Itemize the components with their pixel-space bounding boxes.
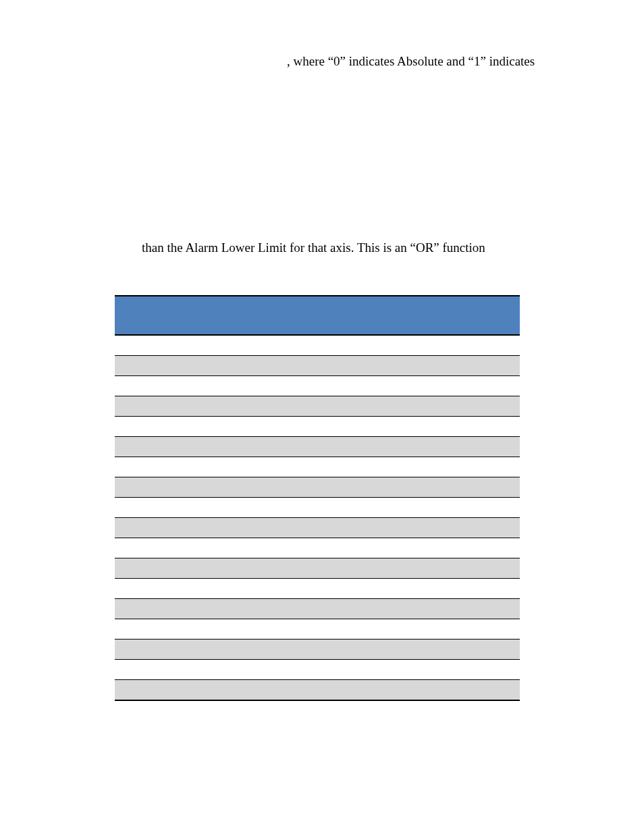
table-cell: [383, 518, 456, 538]
table-cell: [383, 477, 456, 498]
table-row: [115, 599, 520, 619]
table-cell: [456, 376, 520, 396]
table-cell: [383, 680, 456, 701]
table-cell: [456, 335, 520, 356]
table-row: [115, 477, 520, 498]
table-cell: [304, 417, 383, 437]
table-row: [115, 680, 520, 701]
table-cell: [383, 457, 456, 477]
table-cell: [115, 538, 304, 558]
table-header-cell: [383, 296, 456, 335]
table-cell: [304, 376, 383, 396]
table-row: [115, 396, 520, 417]
table-cell: [456, 599, 520, 619]
table-cell: [456, 417, 520, 437]
table-cell: [304, 660, 383, 680]
table-cell: [383, 558, 456, 579]
table-cell: [304, 640, 383, 660]
table-cell: [383, 437, 456, 457]
table-row: [115, 538, 520, 558]
table-cell: [115, 599, 304, 619]
table-cell: [115, 640, 304, 660]
table-cell: [383, 498, 456, 518]
table-row: [115, 558, 520, 579]
table-cell: [115, 396, 304, 417]
table-cell: [383, 335, 456, 356]
table-cell: [456, 457, 520, 477]
table-row: [115, 579, 520, 599]
table-cell: [456, 619, 520, 640]
table-cell: [115, 437, 304, 457]
table-cell: [456, 640, 520, 660]
table-row: [115, 619, 520, 640]
table-body: [115, 335, 520, 700]
table-cell: [115, 356, 304, 376]
table-cell: [456, 538, 520, 558]
table-cell: [115, 619, 304, 640]
table-row: [115, 417, 520, 437]
table-cell: [115, 498, 304, 518]
table-cell: [115, 335, 304, 356]
table-cell: [304, 437, 383, 457]
table-row: [115, 437, 520, 457]
data-table-wrapper: [115, 295, 520, 701]
table-header-cell: [115, 296, 304, 335]
table-header-row: [115, 296, 520, 335]
body-text-fragment-mid: than the Alarm Lower Limit for that axis…: [142, 238, 570, 257]
table-cell: [115, 477, 304, 498]
table-header-cell: [456, 296, 520, 335]
table-cell: [304, 518, 383, 538]
data-table: [115, 295, 520, 701]
table-cell: [115, 376, 304, 396]
table-cell: [304, 356, 383, 376]
table-row: [115, 660, 520, 680]
table-cell: [115, 558, 304, 579]
table-cell: [304, 396, 383, 417]
table-cell: [383, 660, 456, 680]
table-cell: [304, 498, 383, 518]
table-cell: [115, 457, 304, 477]
table-cell: [456, 498, 520, 518]
table-cell: [115, 417, 304, 437]
table-cell: [304, 457, 383, 477]
table-cell: [383, 356, 456, 376]
table-cell: [383, 640, 456, 660]
table-cell: [383, 619, 456, 640]
table-cell: [304, 335, 383, 356]
table-cell: [304, 558, 383, 579]
table-cell: [115, 680, 304, 701]
table-cell: [383, 417, 456, 437]
table-row: [115, 356, 520, 376]
table-cell: [304, 579, 383, 599]
table-cell: [383, 538, 456, 558]
table-row: [115, 640, 520, 660]
body-text-fragment-top: , where “0” indicates Absolute and “1” i…: [287, 53, 570, 70]
table-row: [115, 335, 520, 356]
table-header-cell: [304, 296, 383, 335]
table-cell: [456, 579, 520, 599]
table-row: [115, 518, 520, 538]
table-cell: [304, 619, 383, 640]
table-cell: [304, 680, 383, 701]
table-row: [115, 376, 520, 396]
table-cell: [456, 437, 520, 457]
table-cell: [383, 579, 456, 599]
table-cell: [304, 477, 383, 498]
table-cell: [304, 538, 383, 558]
table-cell: [383, 599, 456, 619]
table-cell: [456, 518, 520, 538]
table-cell: [456, 477, 520, 498]
table-row: [115, 498, 520, 518]
table-cell: [115, 579, 304, 599]
table-cell: [456, 660, 520, 680]
table-cell: [456, 558, 520, 579]
table-cell: [383, 396, 456, 417]
table-row: [115, 457, 520, 477]
table-cell: [456, 680, 520, 701]
table-cell: [115, 518, 304, 538]
table-cell: [456, 396, 520, 417]
table-cell: [304, 599, 383, 619]
table-cell: [115, 660, 304, 680]
table-cell: [383, 376, 456, 396]
table-cell: [456, 356, 520, 376]
